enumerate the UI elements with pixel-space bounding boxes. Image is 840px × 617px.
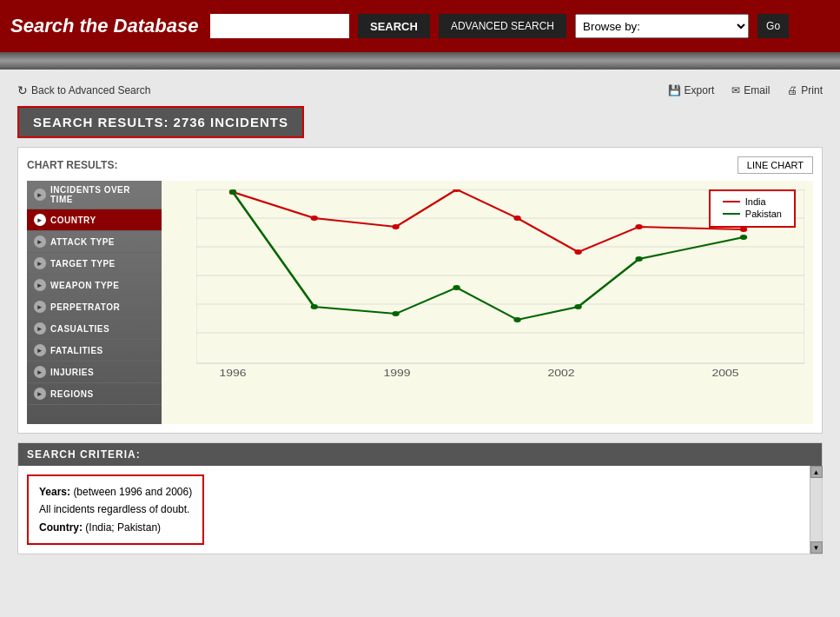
criteria-box: Years: (between 1996 and 2006) All incid… — [27, 474, 204, 545]
criteria-content: Years: (between 1996 and 2006) All incid… — [18, 466, 810, 554]
india-line-color — [723, 201, 740, 202]
toolbar-right: 💾 Export ✉ Email 🖨 Print — [668, 84, 823, 96]
nav-label-incidents: INCIDENTS OVER TIME — [50, 185, 155, 204]
search-input[interactable] — [210, 14, 349, 38]
doubt-text: All incidents regardless of doubt. — [39, 503, 189, 515]
criteria-doubt-row: All incidents regardless of doubt. — [39, 501, 192, 518]
criteria-body: Years: (between 1996 and 2006) All incid… — [18, 466, 822, 554]
scroll-up-button[interactable]: ▲ — [810, 466, 823, 478]
nav-item-casualties[interactable]: ► CASUALTIES — [27, 318, 162, 340]
search-button[interactable]: SEARCH — [358, 14, 430, 38]
svg-text:2002: 2002 — [547, 368, 574, 379]
country-value: (India; Pakistan) — [85, 521, 161, 534]
print-label: Print — [801, 84, 823, 96]
legend-box: India Pakistan — [709, 189, 796, 228]
nav-label-target: TARGET TYPE — [50, 259, 116, 269]
results-header: SEARCH RESULTS: 2736 INCIDENTS — [19, 108, 302, 136]
results-header-box: SEARCH RESULTS: 2736 INCIDENTS — [17, 106, 304, 138]
export-label: Export — [685, 84, 715, 96]
nav-item-incidents-over-time[interactable]: ► INCIDENTS OVER TIME — [27, 181, 162, 209]
chart-header: CHART RESULTS: LINE CHART — [27, 156, 813, 174]
criteria-header: SEARCH CRITERIA: — [18, 443, 822, 466]
app-title: Search the Database — [10, 15, 202, 37]
texture-bar — [0, 52, 840, 70]
nav-item-regions[interactable]: ► REGIONS — [27, 383, 162, 405]
nav-label-attack: ATTACK TYPE — [50, 237, 115, 247]
nav-item-perpetrator[interactable]: ► PERPETRATOR — [27, 296, 162, 318]
line-chart-button[interactable]: LINE CHART — [737, 156, 813, 174]
nav-item-target-type[interactable]: ► TARGET TYPE — [27, 253, 162, 275]
advanced-search-button[interactable]: ADVANCED SEARCH — [439, 14, 566, 38]
years-value: (between 1996 and 2006) — [73, 486, 192, 498]
svg-point-26 — [229, 189, 236, 195]
nav-arrow-injuries: ► — [34, 366, 46, 378]
pakistan-line-color — [723, 213, 740, 215]
years-label: Years: — [39, 486, 70, 498]
nav-arrow-country: ► — [34, 214, 46, 226]
print-link[interactable]: 🖨 Print — [787, 84, 823, 96]
scroll-down-button[interactable]: ▼ — [810, 541, 823, 554]
toolbar-row: ↻ Back to Advanced Search 💾 Export ✉ Ema… — [17, 78, 823, 106]
nav-arrow-casualties: ► — [34, 322, 46, 335]
nav-label-fatalities: FATALITIES — [50, 346, 103, 355]
svg-point-29 — [453, 285, 460, 290]
nav-label-perp: PERPETRATOR — [50, 302, 120, 312]
india-legend-label: India — [745, 196, 766, 207]
nav-item-weapon-type[interactable]: ► WEAPON TYPE — [27, 275, 162, 296]
chart-area: India Pakistan — [162, 181, 813, 424]
nav-arrow-fatalities: ► — [34, 344, 46, 356]
chart-nav: ► INCIDENTS OVER TIME ► COUNTRY ► ATTACK… — [27, 181, 162, 424]
nav-label-casualties: CASUALTIES — [50, 324, 109, 334]
svg-point-32 — [635, 256, 642, 262]
email-label: Email — [744, 84, 770, 96]
svg-point-23 — [574, 249, 581, 255]
svg-point-19 — [311, 216, 318, 221]
nav-arrow-weapon: ► — [34, 279, 46, 291]
svg-point-30 — [513, 317, 520, 322]
nav-label-injuries: INJURIES — [50, 368, 94, 377]
back-icon: ↻ — [17, 83, 28, 97]
nav-label-regions: REGIONS — [50, 389, 94, 399]
svg-text:2005: 2005 — [711, 368, 738, 379]
nav-arrow-perp: ► — [34, 301, 46, 313]
pakistan-legend-label: Pakistan — [745, 209, 782, 219]
export-link[interactable]: 💾 Export — [668, 84, 715, 96]
svg-point-20 — [392, 224, 399, 229]
svg-point-31 — [574, 304, 581, 309]
svg-text:1999: 1999 — [383, 368, 410, 379]
email-link[interactable]: ✉ Email — [731, 84, 770, 96]
nav-item-fatalities[interactable]: ► FATALITIES — [27, 340, 162, 362]
legend-pakistan: Pakistan — [723, 209, 782, 219]
svg-point-24 — [635, 224, 642, 229]
nav-item-attack-type[interactable]: ► ATTACK TYPE — [27, 231, 162, 253]
svg-point-28 — [392, 311, 399, 316]
print-icon: 🖨 — [787, 84, 797, 96]
chart-panel: CHART RESULTS: LINE CHART ► INCIDENTS OV… — [17, 147, 823, 434]
nav-label-country: COUNTRY — [50, 216, 96, 225]
criteria-scrollbar: ▲ ▼ — [810, 466, 822, 554]
criteria-country-row: Country: (India; Pakistan) — [39, 519, 192, 536]
chart-results-label: CHART RESULTS: — [27, 159, 117, 171]
chart-body: ► INCIDENTS OVER TIME ► COUNTRY ► ATTACK… — [27, 181, 813, 424]
nav-arrow-attack: ► — [34, 236, 46, 248]
country-label: Country: — [39, 521, 83, 534]
criteria-years-row: Years: (between 1996 and 2006) — [39, 483, 192, 501]
legend-india: India — [723, 196, 782, 207]
nav-item-country[interactable]: ► COUNTRY — [27, 209, 162, 231]
svg-point-27 — [311, 304, 318, 309]
nav-arrow-target: ► — [34, 257, 46, 269]
criteria-panel: SEARCH CRITERIA: Years: (between 1996 an… — [17, 442, 823, 554]
browse-by-select[interactable]: Browse by: Country Year Attack Type Targ… — [575, 14, 749, 38]
go-button[interactable]: Go — [757, 14, 789, 38]
nav-arrow-incidents: ► — [34, 189, 46, 201]
email-icon: ✉ — [731, 84, 740, 96]
export-icon: 💾 — [668, 84, 681, 96]
svg-point-22 — [513, 216, 520, 221]
svg-point-33 — [740, 235, 747, 240]
svg-text:1996: 1996 — [219, 368, 246, 379]
back-link-label: Back to Advanced Search — [31, 84, 150, 96]
back-to-advanced-search-link[interactable]: ↻ Back to Advanced Search — [17, 83, 150, 97]
main-content: ↻ Back to Advanced Search 💾 Export ✉ Ema… — [0, 70, 840, 617]
nav-label-weapon: WEAPON TYPE — [50, 281, 119, 290]
nav-item-injuries[interactable]: ► INJURIES — [27, 362, 162, 383]
